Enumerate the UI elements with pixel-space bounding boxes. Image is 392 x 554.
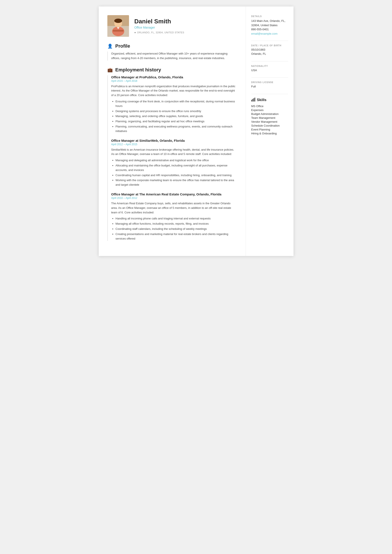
divider-1: [251, 41, 288, 41]
list-item: Managing all office functions, including…: [116, 222, 237, 226]
phone: 890-555-0401: [251, 27, 288, 32]
profile-title: 👤 Profile: [107, 43, 237, 49]
job-title-text: Office Manager at ProPublica, Orlando, F…: [111, 75, 237, 79]
skill-item: Budget Administration: [251, 112, 288, 116]
profile-section: 👤 Profile Organized, efficient, and expe…: [107, 43, 237, 61]
skills-list: MS OfficeExpensesBudget AdministrationTe…: [251, 104, 288, 135]
skills-title: Skills: [251, 97, 288, 102]
sidebar: Details 143 Main Ave, Orlando, FL, 32804…: [246, 7, 294, 256]
job-entry: Office Manager at SimiliarWeb, Orlando, …: [111, 139, 237, 187]
job-bullets: Handling all incoming phone calls and tr…: [111, 216, 237, 241]
list-item: Managing and delegating all administrati…: [116, 158, 237, 163]
list-item: Planning, organizing, and facilitating r…: [116, 119, 237, 124]
nationality-section: NATIONALITY USA: [251, 65, 288, 72]
svg-rect-9: [253, 98, 254, 102]
job-dates: April 2012 – April 2015: [111, 143, 237, 146]
job-description: ProPublica is an American nonprofit orga…: [111, 84, 237, 97]
list-item: Coordinating staff calendars, including …: [116, 227, 237, 231]
location-text: ORLANDO, FL, 32804, UNITED STATES: [137, 31, 184, 34]
job-title: Office Manager: [134, 26, 184, 29]
job-description: SimiliarWeb is an American insurance bro…: [111, 148, 237, 157]
skill-item: Expenses: [251, 108, 288, 112]
list-item: Coordinating human capital and HR respon…: [116, 173, 237, 178]
svg-rect-8: [252, 99, 253, 102]
resume-container: Daniel Smith Office Manager ● ORLANDO, F…: [99, 7, 294, 256]
employment-title: 💼 Employment history: [107, 67, 237, 73]
job-bullets: Managing and delegating all administrati…: [111, 158, 237, 187]
list-item: Working with the corporate marketing tea…: [116, 178, 237, 187]
nationality-value: USA: [251, 68, 288, 72]
skill-item: Event Planning: [251, 128, 288, 131]
divider-2: [251, 61, 288, 62]
header-info: Daniel Smith Office Manager ● ORLANDO, F…: [134, 18, 184, 34]
job-dates: April 2010 – April 2012: [111, 196, 237, 200]
list-item: Designing systems and processes to ensur…: [116, 109, 237, 114]
main-content: Daniel Smith Office Manager ● ORLANDO, F…: [99, 7, 246, 256]
driving-value: Full: [251, 84, 288, 89]
job-entry: Office Manager at The American Real Esta…: [111, 192, 237, 241]
employment-section: 💼 Employment history Office Manager at P…: [107, 67, 237, 241]
svg-rect-5: [113, 30, 124, 32]
profile-text: Organized, efficient, and experienced Of…: [111, 51, 237, 61]
email[interactable]: email@example.com: [251, 32, 278, 35]
svg-rect-10: [255, 97, 255, 102]
profile-body: Organized, efficient, and experienced Of…: [107, 51, 237, 61]
skill-item: Schedule Coordination: [251, 124, 288, 127]
skill-item: Hiring & Onboarding: [251, 132, 288, 135]
location-icon: ●: [134, 31, 136, 34]
list-item: Managing, selecting, and ordering office…: [116, 114, 237, 118]
driving-label: DRIVING LICENSE: [251, 81, 288, 83]
location: ● ORLANDO, FL, 32804, UNITED STATES: [134, 31, 184, 34]
list-item: Ensuring coverage of the front desk, in …: [116, 99, 237, 108]
job-entry: Office Manager at ProPublica, Orlando, F…: [111, 75, 237, 133]
job-title-text: Office Manager at SimiliarWeb, Orlando, …: [111, 139, 237, 142]
dob-label: DATE / PLACE OF BIRTH: [251, 44, 288, 47]
details-title: Details: [251, 15, 288, 18]
list-item: Allocating and maintaining the office bu…: [116, 163, 237, 173]
dob-place: Orlando, FL: [251, 52, 288, 56]
list-item: Handling all incoming phone calls and tr…: [116, 216, 237, 221]
skills-section: Skills MS OfficeExpensesBudget Administr…: [251, 97, 288, 135]
job-bullets: Ensuring coverage of the front desk, in …: [111, 99, 237, 133]
avatar: [107, 15, 129, 37]
list-item: Planning, communicating, and executing w…: [116, 125, 237, 133]
dob-section: DATE / PLACE OF BIRTH 05/10/1983 Orlando…: [251, 44, 288, 56]
driving-section: DRIVING LICENSE Full: [251, 81, 288, 89]
briefcase-icon: 💼: [107, 67, 113, 72]
list-item: Creating presentations and marketing mat…: [116, 232, 237, 241]
svg-point-4: [114, 19, 122, 23]
dob-value: 05/10/1983: [251, 48, 288, 52]
profile-icon: 👤: [107, 43, 113, 49]
details-section: Details 143 Main Ave, Orlando, FL, 32804…: [251, 15, 288, 35]
svg-rect-7: [251, 100, 252, 102]
job-dates: April 2015 – April 2018: [111, 79, 237, 83]
address: 143 Main Ave, Orlando, FL, 32804, United…: [251, 19, 288, 27]
skill-item: Team Management: [251, 116, 288, 119]
skill-item: MS Office: [251, 104, 288, 108]
divider-4: [251, 94, 288, 94]
divider-3: [251, 77, 288, 78]
resume-header: Daniel Smith Office Manager ● ORLANDO, F…: [107, 15, 237, 37]
job-description: The American Real Estate Company buys, s…: [111, 201, 237, 215]
nationality-label: NATIONALITY: [251, 65, 288, 67]
candidate-name: Daniel Smith: [134, 18, 184, 25]
job-title-text: Office Manager at The American Real Esta…: [111, 192, 237, 196]
employment-body: Office Manager at ProPublica, Orlando, F…: [107, 75, 237, 241]
skill-item: Vendor Management: [251, 120, 288, 123]
skills-icon: [251, 97, 255, 102]
